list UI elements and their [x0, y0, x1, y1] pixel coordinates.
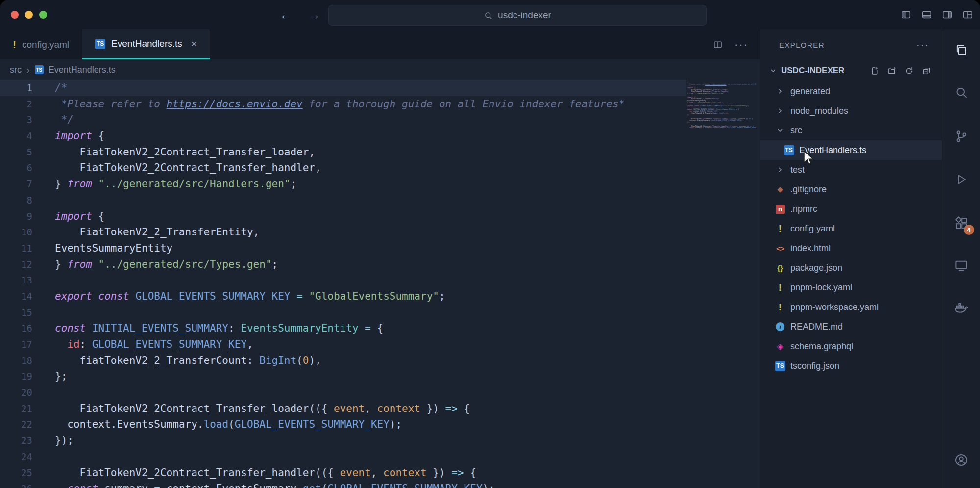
explorer-item-src[interactable]: src — [760, 121, 942, 140]
explorer-item--gitignore[interactable]: ◆.gitignore — [760, 180, 942, 199]
code-line[interactable]: 6 FiatTokenV2_2Contract_Transfer_handler… — [0, 160, 686, 176]
chevron-right-icon — [774, 107, 786, 115]
more-actions-icon[interactable]: ··· — [735, 38, 748, 51]
code-line[interactable]: 3 */ — [0, 112, 686, 128]
explorer-item-package-json[interactable]: {}package.json — [760, 258, 942, 278]
titlebar: ← → usdc-indexer — [0, 0, 980, 29]
forward-arrow-icon[interactable]: → — [307, 7, 320, 23]
toggle-primary-sidebar-icon[interactable] — [901, 9, 911, 20]
line-number: 18 — [0, 353, 32, 369]
search-icon[interactable] — [954, 85, 969, 100]
breadcrumb-file[interactable]: EventHandlers.ts — [49, 65, 116, 75]
customize-layout-icon[interactable] — [962, 9, 973, 20]
new-file-icon[interactable] — [870, 66, 880, 76]
code-line[interactable]: 23}); — [0, 433, 686, 449]
toggle-secondary-sidebar-icon[interactable] — [942, 9, 953, 20]
collapse-all-icon[interactable] — [922, 66, 931, 76]
refresh-icon[interactable] — [905, 66, 914, 76]
code-line[interactable]: 1/* — [0, 80, 686, 96]
info-file-icon: i — [774, 322, 786, 331]
code-line[interactable]: 9import { — [0, 208, 686, 225]
code-line[interactable]: 15 — [0, 305, 686, 321]
line-text: *Please refer to https://docs.envio.dev … — [32, 96, 625, 112]
code-line[interactable]: 21 FiatTokenV2_2Contract_Transfer_loader… — [0, 401, 686, 417]
extensions-badge: 4 — [964, 225, 974, 235]
code-line[interactable]: 20 — [0, 385, 686, 401]
back-arrow-icon[interactable]: ← — [279, 7, 293, 23]
explorer-item-tsconfig-json[interactable]: TStsconfig.json — [760, 356, 942, 376]
explorer-item-generated[interactable]: generated — [760, 81, 942, 101]
code-line[interactable]: 19}; — [0, 368, 686, 385]
tab-label: EventHandlers.ts — [111, 38, 182, 49]
zoom-window-button[interactable] — [39, 11, 47, 19]
code-line[interactable]: 7} from "../generated/src/Handlers.gen"; — [0, 176, 686, 192]
source-control-icon[interactable] — [954, 129, 969, 144]
explorer-item-pnpm-lock-yaml[interactable]: !pnpm-lock.yaml — [760, 278, 942, 297]
project-root[interactable]: USDC-INDEXER — [760, 60, 942, 81]
code-line[interactable]: 8 — [0, 192, 686, 208]
line-text: }; — [32, 368, 67, 385]
explorer-item-node-modules[interactable]: node_modules — [760, 101, 942, 121]
explorer-icon[interactable] — [954, 43, 969, 57]
html-file-icon: <> — [774, 244, 786, 253]
explorer-more-icon[interactable]: ··· — [916, 39, 929, 51]
activity-bar: 4 — [942, 29, 980, 488]
code-line[interactable]: 14export const GLOBAL_EVENTS_SUMMARY_KEY… — [0, 288, 686, 305]
close-window-button[interactable] — [11, 11, 19, 19]
code-line[interactable]: 10 FiatTokenV2_2_TransferEntity, — [0, 224, 686, 240]
remote-explorer-icon[interactable] — [954, 258, 969, 273]
code-line[interactable]: 11EventsSummaryEntity — [0, 240, 686, 257]
explorer-item-eventhandlers-ts[interactable]: TSEventHandlers.ts — [760, 140, 942, 160]
tab-config-yaml[interactable]: ! config.yaml — [0, 29, 82, 59]
minimize-window-button[interactable] — [25, 11, 33, 19]
account-icon[interactable] — [954, 453, 969, 467]
line-text: } from "../generated/src/Handlers.gen"; — [32, 176, 296, 192]
line-text: FiatTokenV2_2Contract_Transfer_loader, — [32, 144, 315, 160]
split-editor-icon[interactable] — [713, 40, 723, 50]
explorer-sidebar: EXPLORER ··· USDC-INDEXER generatednode_… — [760, 29, 942, 488]
code-line[interactable]: 26 const summary = context.EventsSummary… — [0, 481, 686, 488]
docker-icon[interactable] — [954, 301, 969, 315]
code-line[interactable]: 12} from "../generated/src/Types.gen"; — [0, 257, 686, 273]
explorer-item-test[interactable]: test — [760, 160, 942, 180]
minimap[interactable]: /* *Please refer to https://docs.envio.d… — [687, 82, 756, 141]
toggle-panel-icon[interactable] — [921, 9, 932, 20]
extensions-icon[interactable]: 4 — [954, 216, 969, 231]
explorer-item-index-html[interactable]: <>index.html — [760, 238, 942, 258]
close-tab-icon[interactable]: × — [191, 38, 197, 50]
new-folder-icon[interactable] — [887, 66, 897, 76]
run-debug-icon[interactable] — [954, 172, 969, 187]
vscode-window: ← → usdc-indexer ! config.yaml TS EventH… — [0, 0, 980, 488]
tab-eventhandlers-ts[interactable]: TS EventHandlers.ts × — [82, 29, 210, 59]
explorer-item-schema-graphql[interactable]: ◈schema.graphql — [760, 336, 942, 356]
line-number: 11 — [0, 240, 32, 257]
code-editor[interactable]: 1/*2 *Please refer to https://docs.envio… — [0, 80, 760, 488]
code-lines: 1/*2 *Please refer to https://docs.envio… — [0, 80, 686, 488]
code-line[interactable]: 4import { — [0, 128, 686, 144]
line-text: } from "../generated/src/Types.gen"; — [32, 257, 278, 273]
code-line[interactable]: 13 — [0, 272, 686, 288]
line-text: }); — [32, 433, 74, 449]
explorer-actions — [870, 66, 931, 76]
code-line[interactable]: 24 — [0, 449, 686, 465]
file-name: config.yaml — [790, 224, 835, 234]
explorer-item--npmrc[interactable]: n.npmrc — [760, 199, 942, 219]
code-line[interactable]: 5 FiatTokenV2_2Contract_Transfer_loader, — [0, 144, 686, 160]
code-line[interactable]: 17 id: GLOBAL_EVENTS_SUMMARY_KEY, — [0, 336, 686, 353]
code-line[interactable]: 18 fiatTokenV2_2_TransferCount: BigInt(0… — [0, 353, 686, 369]
code-line[interactable]: 22 context.EventsSummary.load(GLOBAL_EVE… — [0, 416, 686, 433]
sidebar-header: EXPLORER ··· — [760, 29, 942, 60]
code-line[interactable]: 16const INITIAL_EVENTS_SUMMARY: EventsSu… — [0, 320, 686, 336]
explorer-item-config-yaml[interactable]: !config.yaml — [760, 219, 942, 238]
explorer-item-pnpm-workspace-yaml[interactable]: !pnpm-workspace.yaml — [760, 297, 942, 317]
file-name: pnpm-workspace.yaml — [790, 302, 879, 312]
code-line[interactable]: 25 FiatTokenV2_2Contract_Transfer_handle… — [0, 465, 686, 481]
explorer-item-readme-md[interactable]: iREADME.md — [760, 317, 942, 336]
code-line[interactable]: 2 *Please refer to https://docs.envio.de… — [0, 96, 686, 112]
file-name: README.md — [790, 322, 843, 332]
breadcrumb-src[interactable]: src — [10, 65, 22, 75]
project-name: USDC-INDEXER — [781, 66, 844, 76]
line-text: EventsSummaryEntity — [32, 240, 172, 257]
file-name: .gitignore — [790, 184, 827, 195]
command-center-search[interactable]: usdc-indexer — [328, 5, 707, 26]
